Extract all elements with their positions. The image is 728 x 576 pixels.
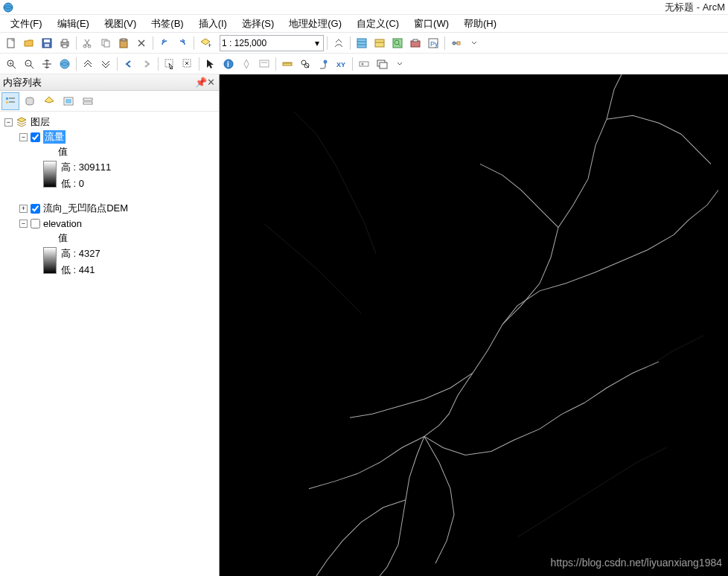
redo-button[interactable] [174, 35, 191, 51]
menu-selection[interactable]: 选择(S) [234, 15, 281, 33]
svg-point-55 [362, 63, 364, 65]
open-button[interactable] [21, 35, 37, 51]
paste-button[interactable] [115, 35, 132, 51]
close-icon[interactable]: ✕ [205, 77, 216, 88]
expander-minus-icon[interactable]: − [19, 133, 28, 141]
expander-plus-icon[interactable]: + [19, 205, 28, 213]
layers-icon [16, 116, 28, 128]
forward-extent-button[interactable] [138, 56, 155, 72]
toolbar-options-icon[interactable] [466, 35, 482, 51]
expander-minus-icon[interactable]: − [19, 220, 28, 228]
svg-text:-: - [27, 60, 29, 66]
menu-geoprocessing[interactable]: 地理处理(G) [281, 15, 349, 33]
create-viewer-button[interactable] [374, 56, 390, 72]
layer-elevation[interactable]: − elevation [1, 216, 217, 231]
fixed-zoom-in-button[interactable] [80, 56, 96, 72]
svg-text:+: + [9, 60, 13, 67]
gradient-swatch[interactable] [43, 247, 57, 274]
menu-edit[interactable]: 编辑(E) [50, 15, 97, 33]
toolbar-options-icon[interactable] [392, 56, 408, 72]
model-builder-button[interactable] [448, 35, 464, 51]
back-extent-button[interactable] [121, 56, 137, 72]
menu-insert[interactable]: 插入(I) [191, 15, 234, 33]
tree-root-layers[interactable]: − 图层 [1, 115, 217, 129]
list-by-selection-button[interactable] [60, 92, 77, 110]
layer-elevation-value-label: 值 [1, 231, 217, 246]
scale-dropdown-icon[interactable]: ▾ [312, 38, 322, 48]
layer-flow-direction[interactable]: + 流向_无凹陷点DEM [1, 201, 217, 216]
svg-rect-54 [360, 62, 368, 66]
layer-visibility-checkbox[interactable] [31, 132, 40, 142]
measure-button[interactable] [279, 56, 296, 72]
fixed-zoom-out-button[interactable] [98, 56, 114, 72]
pan-button[interactable] [39, 56, 55, 72]
save-button[interactable] [39, 35, 55, 51]
title-bar: 无标题 - ArcM [0, 0, 728, 15]
delete-button[interactable] [133, 35, 150, 51]
layer-visibility-checkbox[interactable] [31, 219, 40, 228]
html-popup-button[interactable] [256, 56, 272, 72]
arctoolbox-button[interactable] [407, 35, 424, 51]
search-button[interactable] [389, 35, 406, 51]
scale-input-field[interactable] [222, 38, 312, 48]
toolbar-separator [76, 57, 77, 71]
select-features-button[interactable] [162, 56, 178, 72]
scale-input[interactable]: ▾ [220, 35, 324, 51]
svg-rect-6 [63, 39, 67, 42]
zoom-in-button[interactable]: + [3, 56, 19, 72]
toc-toolbar [0, 91, 219, 112]
menu-customize[interactable]: 自定义(C) [349, 15, 406, 33]
menu-bookmarks[interactable]: 书签(B) [144, 15, 191, 33]
catalog-button[interactable] [371, 35, 388, 51]
toolbar-separator [327, 36, 328, 50]
table-of-contents-button[interactable] [354, 35, 370, 51]
svg-rect-58 [6, 97, 8, 100]
add-data-button[interactable]: + [197, 35, 214, 51]
tools-toolbar: + - i XY [0, 54, 728, 74]
menu-windows[interactable]: 窗口(W) [406, 15, 456, 33]
find-route-button[interactable] [315, 56, 331, 72]
full-extent-button[interactable] [57, 56, 73, 72]
svg-rect-57 [380, 63, 387, 68]
svg-rect-28 [457, 42, 460, 45]
high-value-label: 高 : 4327 [61, 247, 100, 260]
high-value-label: 高 : 309111 [61, 161, 111, 174]
layer-visibility-checkbox[interactable] [31, 204, 40, 214]
toc-tree: − 图层 − 流量 值 高 : 309111 低 : 0 [0, 112, 219, 576]
list-by-visibility-button[interactable] [40, 92, 58, 110]
print-button[interactable] [57, 35, 73, 51]
svg-line-34 [31, 65, 33, 68]
identify-button[interactable]: i [220, 56, 237, 72]
options-button[interactable] [79, 92, 97, 110]
clear-selection-button[interactable] [179, 56, 196, 72]
time-slider-button[interactable] [356, 56, 372, 72]
cut-button[interactable] [80, 35, 96, 51]
hyperlink-button[interactable] [238, 56, 255, 72]
map-view[interactable]: https://blog.csdn.net/liyuanxiang1984 [220, 74, 728, 576]
go-to-xy-button[interactable]: XY [333, 56, 349, 72]
editor-toolbar-button[interactable] [331, 35, 347, 51]
menu-help[interactable]: 帮助(H) [456, 15, 504, 33]
gradient-swatch[interactable] [43, 161, 57, 188]
layer-flow[interactable]: − 流量 [1, 129, 217, 144]
find-button[interactable] [297, 56, 313, 72]
new-doc-button[interactable] [3, 35, 19, 51]
zoom-out-button[interactable]: - [21, 56, 37, 72]
undo-button[interactable] [156, 35, 173, 51]
svg-rect-65 [83, 98, 92, 100]
low-value-label: 低 : 441 [61, 263, 100, 277]
toolbar-separator [199, 57, 199, 71]
window-title: 无标题 - ArcM [665, 1, 725, 14]
select-elements-button[interactable] [202, 56, 219, 72]
toolbar-separator [117, 57, 118, 71]
value-label: 值 [58, 231, 68, 245]
pin-icon[interactable]: 📌 [195, 77, 205, 88]
menu-view[interactable]: 视图(V) [97, 15, 144, 33]
python-button[interactable]: Py [425, 35, 441, 51]
copy-button[interactable] [98, 35, 114, 51]
svg-rect-7 [63, 45, 67, 48]
menu-file[interactable]: 文件(F) [3, 15, 50, 33]
list-by-source-button[interactable] [21, 92, 39, 110]
list-by-drawing-order-button[interactable] [1, 92, 19, 110]
expander-minus-icon[interactable]: − [4, 118, 13, 127]
